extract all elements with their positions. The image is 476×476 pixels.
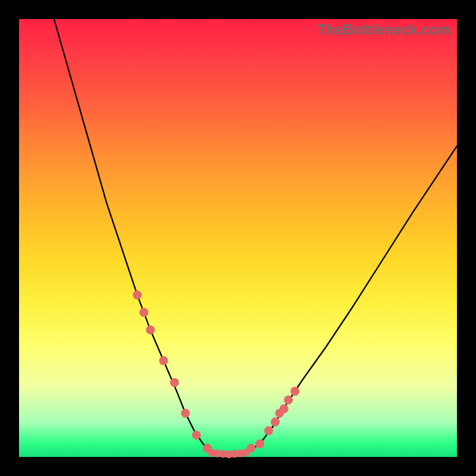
curve-svg: [19, 19, 457, 457]
marker-dot: [181, 409, 190, 418]
marker-dot: [242, 449, 250, 456]
marker-dot: [280, 405, 289, 414]
marker-dot: [255, 439, 264, 448]
marker-dot: [290, 387, 299, 396]
marker-dot: [192, 431, 201, 440]
marker-dot: [146, 325, 155, 334]
marker-dot: [264, 426, 273, 435]
plot-area: TheBottleneck.com: [19, 19, 457, 457]
curve-right: [247, 146, 457, 452]
marker-dot: [271, 418, 280, 427]
marker-dot: [133, 290, 142, 299]
marker-dot: [170, 378, 179, 387]
marker-group-bottom: [208, 449, 249, 458]
marker-group-left: [133, 290, 212, 453]
chart-frame: TheBottleneck.com: [0, 0, 476, 476]
curve-left: [54, 19, 212, 453]
marker-dot: [159, 356, 168, 365]
marker-dot: [139, 308, 148, 317]
marker-dot: [284, 396, 293, 405]
